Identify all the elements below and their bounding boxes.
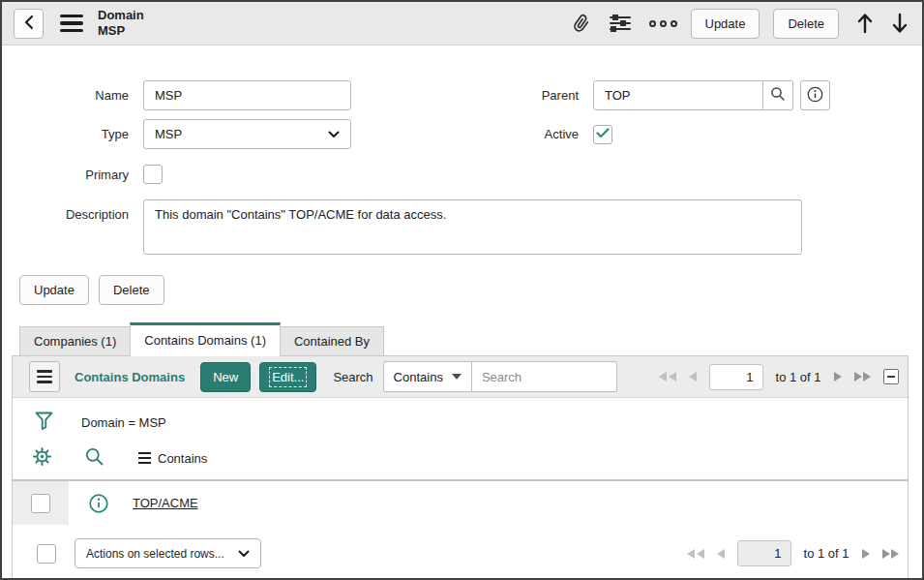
search-label: Search [333,370,373,384]
contains-domains-panel: Contains Domains New Edit... Search Cont… [12,355,909,580]
back-button[interactable] [14,9,44,39]
next-page-button[interactable] [862,549,870,559]
search-icon [770,86,786,105]
chevron-down-icon [238,547,250,561]
arrow-up-icon[interactable] [856,13,874,34]
primary-label: Primary [2,168,143,182]
row-checkbox-cell [13,481,69,525]
column-header-row: Contains [13,439,908,481]
form-delete-button[interactable]: Delete [99,275,164,305]
filter-expression: Domain = MSP [81,415,166,430]
page-title-object: Domain [98,8,144,23]
parent-label: Parent [351,88,593,103]
column-search-icon[interactable] [84,446,104,470]
tab-contains-domains[interactable]: Contains Domains (1) [130,322,281,356]
edit-button[interactable]: Edit... [259,362,316,392]
page-title: Domain MSP [98,8,144,38]
last-page-button[interactable] [882,549,900,559]
form-row-name-parent: Name Parent [2,80,922,110]
page-number-input[interactable] [709,364,763,390]
form-update-button[interactable]: Update [19,275,89,305]
check-icon [596,127,610,141]
chevron-left-icon [23,15,34,33]
info-icon [807,86,823,106]
row-link[interactable]: TOP/ACME [133,496,198,510]
form-actions: Update Delete [19,275,922,305]
table-row[interactable]: TOP/ACME [13,481,908,525]
edit-button-label: Edit... [272,370,304,384]
top-pager: to 1 of 1 [659,364,899,390]
active-checkbox[interactable] [593,125,612,144]
primary-checkbox[interactable] [143,165,163,184]
domain-window: Domain MSP Update Delete [0,0,924,580]
search-operator-value: Contains [394,370,443,384]
collapse-icon[interactable] [883,369,899,384]
page-number-input[interactable] [737,540,791,566]
arrow-down-icon[interactable] [891,13,909,34]
type-label: Type [2,127,143,141]
domain-form: Name Parent Type MSP [2,46,922,255]
header-update-button[interactable]: Update [691,9,760,39]
new-button[interactable]: New [200,362,251,392]
row-info-icon[interactable] [88,493,109,514]
first-page-button[interactable] [659,372,676,382]
row-actions-value: Actions on selected rows... [86,547,238,561]
form-row-type-active: Type MSP Active [2,119,922,149]
description-field[interactable]: This domain "Contains" TOP/ACME for data… [143,199,802,255]
header-delete-button[interactable]: Delete [773,9,839,39]
search-operator-select[interactable]: Contains [383,361,472,392]
bottom-pager: to 1 of 1 [687,540,899,566]
page-range-label: to 1 of 1 [804,546,849,561]
next-page-button[interactable] [834,372,842,382]
chevron-down-icon [328,127,340,141]
gear-icon[interactable] [32,446,52,470]
column-contains-label: Contains [158,451,207,466]
prev-page-button[interactable] [689,372,697,382]
select-all-checkbox[interactable] [37,544,56,564]
tab-companies[interactable]: Companies (1) [19,326,131,355]
detail-tabs: Companies (1) Contains Domains (1) Conta… [19,322,922,355]
top-toolbar: Domain MSP Update Delete [2,2,922,46]
sliders-icon[interactable] [609,14,632,33]
page-title-record: MSP [98,23,144,39]
parent-field[interactable] [593,80,763,110]
column-menu-icon[interactable] [138,452,151,464]
hamburger-icon[interactable] [60,15,83,33]
active-label: Active [351,127,593,141]
funnel-icon[interactable] [34,411,54,435]
page-range-label: to 1 of 1 [776,370,821,384]
parent-lookup-group [593,80,793,110]
type-select[interactable]: MSP [143,119,351,149]
bottom-controls-row: Actions on selected rows... to 1 of 1 [13,525,908,580]
type-select-value: MSP [155,127,328,141]
last-page-button[interactable] [854,372,872,382]
grid-toolbar: Contains Domains New Edit... Search Cont… [13,356,908,398]
filter-row: Domain = MSP [13,398,908,439]
ellipsis-icon[interactable] [649,20,677,27]
tab-contained-by[interactable]: Contained By [280,326,384,355]
form-row-primary: Primary [2,165,922,184]
row-actions-select[interactable]: Actions on selected rows... [75,538,261,568]
description-label: Description [2,199,143,222]
caret-down-icon [452,374,462,380]
name-field[interactable] [143,80,351,110]
grid-search-input[interactable] [471,361,617,392]
column-contains[interactable]: Contains [138,451,207,466]
prev-page-button[interactable] [717,549,725,559]
grid-title: Contains Domains [75,370,185,384]
name-label: Name [2,88,143,103]
parent-info-button[interactable] [800,80,830,110]
paperclip-icon[interactable] [572,13,591,34]
parent-search-button[interactable] [763,80,793,110]
form-row-description: Description This domain "Contains" TOP/A… [2,199,922,255]
grid-menu-button[interactable] [29,361,60,392]
first-page-button[interactable] [687,549,704,559]
row-checkbox[interactable] [31,494,50,513]
